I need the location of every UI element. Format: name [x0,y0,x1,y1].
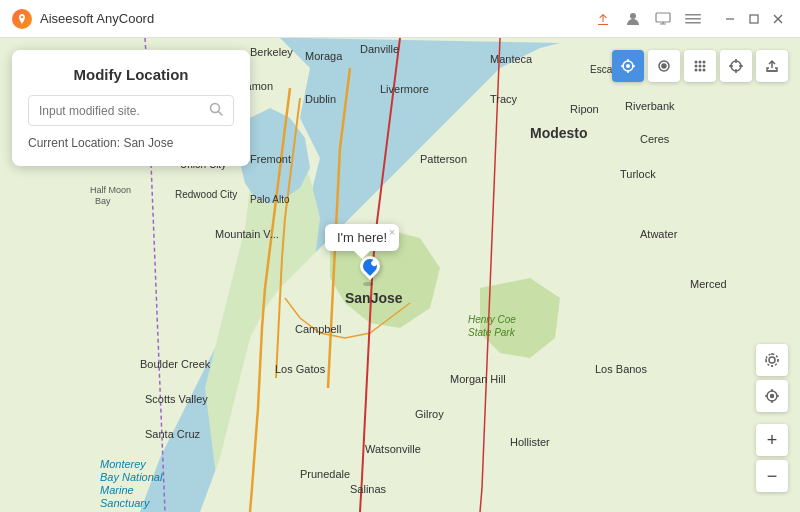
svg-text:Patterson: Patterson [420,153,467,165]
person-icon[interactable] [622,8,644,30]
svg-text:Los Gatos: Los Gatos [275,363,326,375]
svg-point-60 [626,64,630,68]
svg-rect-6 [750,15,758,23]
svg-point-73 [695,69,698,72]
svg-point-72 [703,65,706,68]
svg-point-67 [695,61,698,64]
svg-text:Half Moon: Half Moon [90,185,131,195]
svg-text:Ceres: Ceres [640,133,670,145]
svg-text:Santa Cruz: Santa Cruz [145,428,201,440]
search-input[interactable] [39,104,209,118]
svg-text:Palo Alto: Palo Alto [250,194,290,205]
export-tool-button[interactable] [756,50,788,82]
svg-point-75 [703,69,706,72]
svg-point-74 [699,69,702,72]
locate-tool-button[interactable] [612,50,644,82]
window-controls [720,9,788,29]
svg-text:Gilroy: Gilroy [415,408,444,420]
svg-text:Moraga: Moraga [305,50,343,62]
current-location-label: Current Location: San Jose [28,136,234,150]
svg-point-71 [699,65,702,68]
svg-text:Danville: Danville [360,43,399,55]
svg-text:Bay National: Bay National [100,471,163,483]
search-box[interactable] [28,95,234,126]
svg-text:Mountain V...: Mountain V... [215,228,279,240]
svg-line-58 [219,112,223,116]
search-icon [209,102,223,119]
gps-locate-button[interactable] [756,344,788,376]
svg-text:Livermore: Livermore [380,83,429,95]
monitor-icon[interactable] [652,8,674,30]
svg-point-66 [662,64,666,68]
im-here-popup: × I'm here! [325,224,399,251]
svg-point-70 [695,65,698,68]
minimize-button[interactable] [720,9,740,29]
svg-rect-2 [685,14,701,16]
svg-point-69 [703,61,706,64]
svg-text:Monterey: Monterey [100,458,147,470]
svg-point-92 [771,395,774,398]
restore-button[interactable] [744,9,764,29]
scatter-tool-button[interactable] [684,50,716,82]
svg-rect-4 [685,22,701,24]
svg-text:Turlock: Turlock [620,168,656,180]
svg-point-68 [699,61,702,64]
upload-icon[interactable] [592,8,614,30]
svg-rect-3 [685,18,701,20]
svg-text:Fremont: Fremont [250,153,291,165]
svg-text:Henry Coe: Henry Coe [468,314,516,325]
panel-title: Modify Location [28,66,234,83]
rotate-tool-button[interactable] [648,50,680,82]
crosshair-tool-button[interactable] [720,50,752,82]
zoom-in-button[interactable]: + [756,424,788,456]
svg-text:Dublin: Dublin [305,93,336,105]
svg-text:Berkeley: Berkeley [250,46,293,58]
popup-close-button[interactable]: × [389,226,395,238]
svg-text:Scotts Valley: Scotts Valley [145,393,208,405]
svg-text:Boulder Creek: Boulder Creek [140,358,211,370]
modify-location-panel: Modify Location Current Location: San Jo… [12,50,250,166]
svg-text:Riverbank: Riverbank [625,100,675,112]
svg-rect-1 [656,13,670,22]
svg-text:Atwater: Atwater [640,228,678,240]
svg-point-82 [766,354,778,366]
app-toolbar [592,8,704,30]
svg-text:Sanctuary: Sanctuary [100,497,151,509]
svg-text:Los Banos: Los Banos [595,363,647,375]
svg-text:Marine: Marine [100,484,134,496]
main-content: Sausalito Berkeley Moraga Danville Mante… [0,38,800,512]
svg-text:Hollister: Hollister [510,436,550,448]
svg-text:State Park: State Park [468,327,516,338]
close-button[interactable] [768,9,788,29]
svg-text:Bay: Bay [95,196,111,206]
menu-icon[interactable] [682,8,704,30]
svg-text:Morgan Hill: Morgan Hill [450,373,506,385]
svg-text:Modesto: Modesto [530,125,588,141]
svg-text:Ripon: Ripon [570,103,599,115]
svg-text:Salinas: Salinas [350,483,387,495]
app-logo [12,9,32,29]
gps-crosshair-button[interactable] [756,380,788,412]
zoom-out-button[interactable]: − [756,460,788,492]
svg-point-0 [630,13,636,19]
svg-text:SanJose: SanJose [345,290,403,306]
svg-text:Redwood City: Redwood City [175,189,237,200]
right-controls [756,344,788,412]
app-title: Aiseesoft AnyCoord [40,11,592,26]
location-pin [358,256,382,286]
svg-text:Watsonville: Watsonville [365,443,421,455]
svg-text:Prunedale: Prunedale [300,468,350,480]
svg-point-81 [769,357,775,363]
svg-text:Merced: Merced [690,278,727,290]
popup-text: I'm here! [337,230,387,245]
svg-text:Manteca: Manteca [490,53,533,65]
zoom-controls: + − [756,424,788,492]
titlebar: Aiseesoft AnyCoord [0,0,800,38]
svg-text:Tracy: Tracy [490,93,518,105]
svg-text:Campbell: Campbell [295,323,341,335]
map-toolbar [612,50,788,82]
